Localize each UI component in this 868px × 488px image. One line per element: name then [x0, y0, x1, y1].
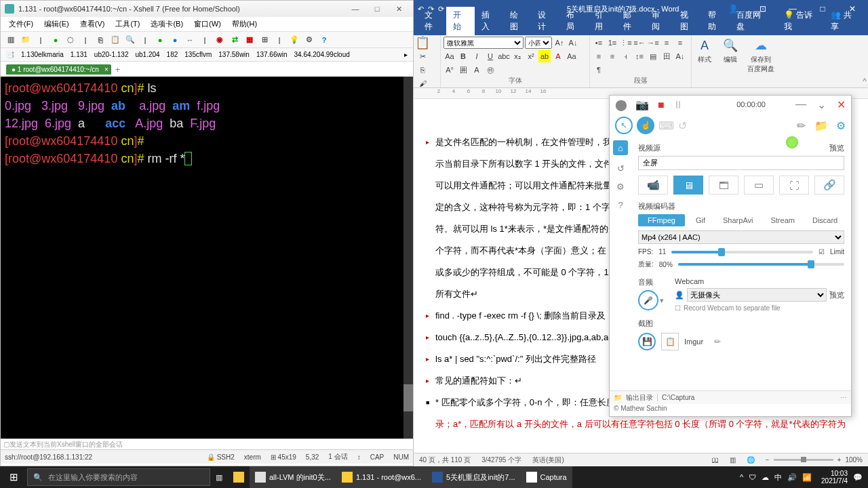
quality-slider[interactable]	[678, 263, 844, 266]
terminal[interactable]: [root@wx604174410 cn]# ls0.jpg 3.jpg 9.j…	[1, 77, 413, 439]
encoder-tab[interactable]: Gif	[689, 214, 712, 226]
side-home-icon[interactable]: ⌂	[613, 140, 628, 155]
web-layout-icon[interactable]: 🌐	[747, 456, 755, 464]
side-history-icon[interactable]: ↺	[617, 163, 625, 174]
explorer-icon[interactable]	[228, 466, 250, 488]
subscript-icon[interactable]: x₂	[511, 50, 524, 62]
ribbon-tab[interactable]: 百度网盘	[730, 7, 773, 35]
overflow-icon[interactable]: ▸	[401, 50, 410, 59]
justify-icon[interactable]: ≡	[606, 50, 618, 62]
session-item[interactable]: 135cflvm	[182, 50, 214, 59]
taskbar-item[interactable]: 1.131 - root@wx6...	[336, 466, 427, 488]
shading-icon[interactable]: ▤	[647, 50, 659, 62]
multilevel-icon[interactable]: ⋮≡	[620, 37, 632, 49]
pencil-icon[interactable]: ✏	[797, 120, 806, 131]
captura-sidebar[interactable]: ⌂ ↺ ⚙ ?	[610, 138, 631, 390]
disconnect-icon[interactable]: ◌	[64, 34, 77, 46]
preview-button[interactable]: 预览	[829, 143, 844, 153]
history-icon[interactable]: ↺	[678, 119, 687, 132]
distribute-icon[interactable]: ⫞	[620, 50, 632, 62]
share-button[interactable]: 👥 共享	[824, 7, 864, 35]
ribbon-tab[interactable]: 文件	[418, 7, 446, 35]
tray-net-icon[interactable]: 📶	[802, 473, 812, 482]
session-item[interactable]: ub1.204	[132, 50, 162, 59]
menu-item[interactable]: 编辑(E)	[39, 17, 75, 31]
scrollbar-thumb[interactable]	[403, 384, 413, 411]
session-item[interactable]: ub20-1.132	[92, 50, 132, 59]
bullets-icon[interactable]: •≡	[593, 37, 605, 49]
grow-font-icon[interactable]: A↑	[553, 37, 566, 49]
taskbar-item[interactable]: 5关机重启及init的7...	[427, 466, 520, 488]
zoom-value[interactable]: 100%	[845, 456, 863, 464]
webcam-select[interactable]: 无摄像头	[687, 288, 827, 302]
source-field[interactable]	[638, 156, 844, 170]
minimize-button[interactable]: —	[345, 3, 366, 15]
side-help-icon[interactable]: ?	[618, 200, 623, 210]
close-icon[interactable]: ✕	[837, 98, 846, 111]
active-tab[interactable]: ● 1 root@wx604174410:~/cn×	[6, 64, 111, 75]
session-item[interactable]: 1.131	[68, 50, 90, 59]
open-icon[interactable]: 📁	[20, 34, 32, 46]
shrink-font-icon[interactable]: A↓	[567, 37, 579, 49]
baidu-save-button[interactable]: ☁保存到 百度网盘	[743, 35, 778, 87]
hand-circle-icon[interactable]: ☝	[637, 117, 654, 134]
highlight-icon[interactable]: ab	[538, 50, 551, 62]
cut-icon[interactable]: ✂	[416, 50, 429, 62]
collapse-ribbon-icon[interactable]: ^	[863, 77, 867, 86]
ribbon-tab[interactable]: 引用	[588, 7, 616, 35]
menu-item[interactable]: 窗口(W)	[189, 17, 226, 31]
menubar[interactable]: 文件(F)编辑(E)查看(V)工具(T)选项卡(B)窗口(W)帮助(H)	[1, 17, 413, 32]
arrow-icon[interactable]: ↔	[184, 34, 196, 46]
record-icon[interactable]: ◉	[214, 34, 226, 46]
help-icon[interactable]: ?	[318, 34, 330, 46]
read-mode-icon[interactable]: 🕮	[712, 456, 719, 464]
globe-icon[interactable]: ●	[169, 34, 181, 46]
tell-me[interactable]: 💡 告诉我	[777, 7, 824, 35]
outdir-icon[interactable]: 📁	[614, 394, 622, 401]
menu-item[interactable]: 帮助(H)	[226, 17, 262, 31]
record-icon[interactable]: ■	[658, 99, 665, 110]
session-item[interactable]: 1.130elkmaria	[18, 50, 66, 59]
word-count[interactable]: 3/42795 个字	[481, 455, 521, 465]
screen-src-icon[interactable]: 🖥	[673, 176, 703, 195]
pause-icon[interactable]: ⏸	[673, 99, 684, 110]
borders-icon[interactable]: 田	[660, 50, 673, 62]
maximize-button[interactable]: □	[367, 3, 387, 15]
menu-item[interactable]: 工具(T)	[110, 17, 145, 31]
taskbar-item[interactable]: all-LVM 的init0关...	[250, 466, 336, 488]
link-src-icon[interactable]: 🔗	[814, 176, 844, 195]
task-view-icon[interactable]: ▥	[210, 466, 228, 488]
strike-icon[interactable]: abc	[498, 50, 510, 62]
paste-icon[interactable]: 📋	[416, 37, 429, 49]
close-button[interactable]: ✕	[389, 3, 409, 15]
side-gear-icon[interactable]: ⚙	[616, 182, 625, 192]
broadcast-input[interactable]: ▢ 发送文本到当前Xshell窗口的全部会话	[1, 439, 413, 449]
clock[interactable]: 10:032021/7/4	[821, 470, 848, 485]
font-color-icon[interactable]: A	[552, 50, 564, 62]
back-icon[interactable]: ⬤	[615, 99, 627, 110]
taskbar[interactable]: ⊞ 🔍 在这里输入你要搜索的内容 ▥ all-LVM 的init0关...1.1…	[0, 466, 868, 488]
phonetic-icon[interactable]: A°	[443, 64, 456, 76]
line-spacing-icon[interactable]: ↕≡	[633, 50, 646, 62]
zoom-out-icon[interactable]: −	[766, 456, 770, 464]
edit-button[interactable]: 🔍编辑	[717, 35, 743, 87]
change-case-icon[interactable]: Aa	[566, 50, 578, 62]
expand-icon[interactable]: ⌄	[817, 98, 826, 111]
fps-slider[interactable]	[671, 251, 813, 253]
numbering-icon[interactable]: 1≡	[606, 37, 618, 49]
styles-button[interactable]: A样式	[692, 35, 717, 87]
limit-check[interactable]: ☑	[818, 248, 825, 256]
more-icon[interactable]: ⋯	[840, 394, 847, 401]
red-sq-icon[interactable]: ▦	[243, 34, 256, 46]
encoder-tab[interactable]: Discard	[806, 214, 844, 226]
bold-icon[interactable]: B	[457, 50, 469, 62]
menu-item[interactable]: 选项卡(B)	[145, 17, 189, 31]
notifications-icon[interactable]: 💬	[853, 473, 863, 482]
outdir-path[interactable]: C:\Captura	[657, 394, 694, 401]
ribbon-tabs[interactable]: 文件开始插入绘图设计布局引用邮件审阅视图帮助百度网盘💡 告诉我👥 共享	[414, 18, 868, 35]
transfer-icon[interactable]: ⇄	[229, 34, 241, 46]
start-button[interactable]: ⊞	[0, 466, 27, 488]
camera-src-icon[interactable]: 📹	[638, 176, 668, 195]
codec-select[interactable]: Mp4 (x264 | AAC)	[638, 230, 844, 244]
language[interactable]: 英语(美国)	[532, 455, 564, 465]
